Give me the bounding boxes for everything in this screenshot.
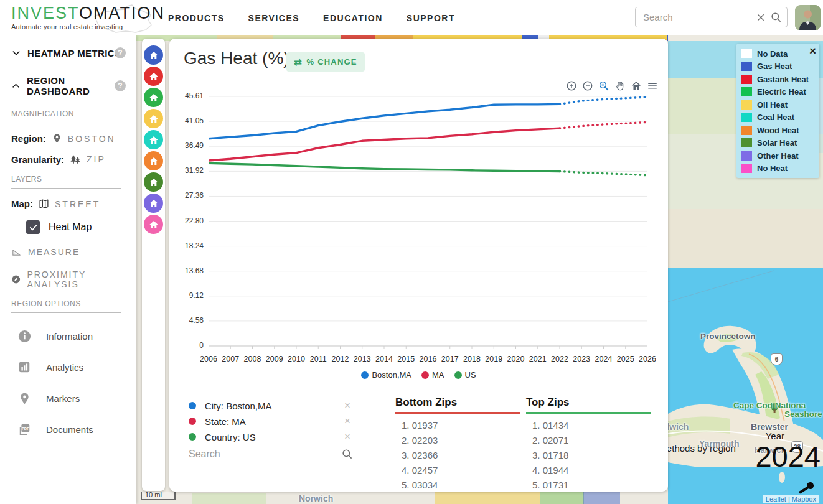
x-axis-tick-label: 2021 [529, 355, 547, 363]
nav-item-education[interactable]: EDUCATION [323, 13, 383, 23]
y-axis-tick-label: 36.49 [169, 141, 204, 150]
percent-change-button[interactable]: ⇄ % CHANGE [286, 52, 365, 72]
sidebar-item-documents[interactable]: PDF Documents [0, 421, 136, 437]
heatmap-metrics-toggle[interactable]: HEATMAP METRICS ? [0, 39, 136, 67]
legend-swatch [741, 62, 752, 71]
remove-filter-icon[interactable]: × [344, 415, 350, 427]
zip-item[interactable]: 4. 01944 [526, 463, 651, 478]
zip-item[interactable]: 2. 02071 [526, 433, 651, 448]
user-avatar[interactable] [795, 5, 821, 30]
legend-row-wood-heat: Wood Heat [741, 124, 819, 137]
help-icon[interactable]: ? [115, 47, 126, 58]
zip-item[interactable]: 3. 02366 [395, 448, 520, 463]
x-axis-tick-label: 2015 [397, 355, 415, 363]
legend-swatch [741, 87, 752, 96]
map-type-value[interactable]: STREET [55, 199, 100, 209]
header-search-box [635, 7, 788, 27]
year-value: 2024 [741, 441, 821, 472]
box-zoom-icon[interactable] [598, 80, 609, 91]
chart-legend-item[interactable]: MA [421, 370, 444, 380]
remove-filter-icon[interactable]: × [344, 399, 350, 412]
zip-item[interactable]: 1. 01434 [526, 418, 651, 433]
nav-item-support[interactable]: SUPPORT [407, 13, 455, 23]
chart-legend-item[interactable]: US [454, 370, 476, 380]
x-axis-tick-label: 2025 [617, 355, 634, 363]
brand-tagline: Automate your real estate investing [11, 23, 167, 30]
remove-filter-icon[interactable]: × [344, 431, 350, 443]
divider [0, 67, 136, 67]
reset-home-icon[interactable] [630, 80, 642, 91]
map-attribution[interactable]: Leaflet | Mapbox [763, 495, 819, 503]
measure-tool[interactable]: MEASURE [0, 246, 136, 257]
series-dot [189, 418, 196, 425]
heat-marker-toolbar [142, 39, 165, 491]
x-axis-tick-label: 2023 [573, 355, 590, 363]
series-dot [189, 433, 196, 441]
marker-button-solar-heat[interactable] [144, 172, 163, 192]
zip-item[interactable]: 2. 02203 [395, 433, 520, 448]
layers-section-label: LAYERS [11, 175, 121, 189]
region-value[interactable]: BOSTON [68, 134, 116, 144]
left-sidebar: HEATMAP METRICS ? REGION DASHBOARD ? MAG… [0, 35, 136, 504]
top-zips-list: Top Zips 1. 01434 2. 02071 3. 01718 4. 0… [526, 396, 651, 493]
proximity-analysis-tool[interactable]: PROXIMITY ANALYSIS [0, 269, 136, 289]
home-icon [149, 156, 159, 166]
zip-item[interactable]: 4. 02457 [395, 463, 520, 478]
granularity-value[interactable]: ZIP [87, 154, 106, 164]
legend-swatch [741, 126, 752, 135]
pdf-icon: PDF [16, 421, 32, 437]
help-icon[interactable]: ? [115, 80, 126, 91]
marker-button-other-heat[interactable] [144, 194, 163, 213]
trees-icon [70, 154, 81, 165]
x-axis-tick-label: 2012 [332, 355, 349, 363]
checked-checkbox-icon[interactable] [26, 220, 40, 234]
zip-item[interactable]: 3. 01718 [526, 448, 651, 463]
zip-item[interactable]: 1. 01937 [395, 418, 520, 433]
marker-button-gastank-heat[interactable] [144, 67, 163, 86]
marker-button-gas-heat[interactable] [144, 45, 163, 65]
x-axis-tick-label: 2022 [551, 355, 568, 363]
marker-button-coal-heat[interactable] [144, 130, 163, 149]
bottom-zips-title: Bottom Zips [395, 396, 520, 412]
chart-plot-area[interactable] [209, 96, 647, 350]
pan-hand-icon[interactable] [614, 80, 626, 91]
chart-legend-item[interactable]: Boston,MA [361, 370, 412, 380]
chart-toolbar [565, 80, 658, 91]
info-icon [16, 328, 32, 344]
legend-close-icon[interactable]: × [809, 46, 816, 56]
search-icon[interactable] [770, 11, 782, 23]
sidebar-item-markers[interactable]: Markers [0, 390, 136, 406]
home-icon [149, 135, 159, 145]
marker-button-no-heat[interactable] [144, 215, 163, 234]
filter-row-state: State: MA × [189, 415, 350, 427]
region-dashboard-toggle[interactable]: REGION DASHBOARD ? [0, 72, 136, 100]
clear-search-icon[interactable] [756, 12, 766, 22]
region-search-input[interactable] [189, 449, 341, 460]
marker-button-electric-heat[interactable] [144, 88, 163, 107]
magnification-section-label: MAGNIFICATION [11, 110, 121, 123]
zip-item[interactable]: 5. 03034 [395, 478, 520, 493]
swap-arrows-icon: ⇄ [294, 57, 302, 68]
nav-item-services[interactable]: SERVICES [248, 13, 300, 23]
legend-row-gastank-heat: Gastank Heat [741, 73, 819, 86]
map-label-provincetown: Provincetown [700, 332, 756, 341]
zip-item[interactable]: 5. 01731 [526, 478, 651, 493]
home-icon [149, 198, 159, 208]
zoom-out-icon[interactable] [581, 80, 593, 91]
search-icon[interactable] [341, 448, 353, 460]
sidebar-item-analytics[interactable]: Analytics [0, 359, 136, 375]
nav-item-products[interactable]: PRODUCTS [168, 13, 225, 23]
line-chart [209, 96, 647, 350]
marker-button-wood-heat[interactable] [144, 151, 163, 170]
sidebar-item-information[interactable]: Information [0, 328, 136, 344]
investomation-logo[interactable]: INVESTOMATION Automate your real estate … [11, 4, 167, 34]
marker-button-oil-heat[interactable] [144, 109, 163, 128]
heat-map-checkbox-row[interactable]: Heat Map [15, 220, 136, 234]
region-row: Region: BOSTON [0, 133, 136, 144]
menu-icon[interactable] [646, 80, 658, 91]
zoom-in-icon[interactable] [565, 80, 577, 91]
bottom-zips-underline [395, 412, 520, 414]
header-search-input[interactable] [643, 12, 756, 22]
map-label-cape-cod-1: Cape Cod Nationa [733, 401, 806, 410]
legend-row-no-heat: No Heat [741, 162, 819, 175]
